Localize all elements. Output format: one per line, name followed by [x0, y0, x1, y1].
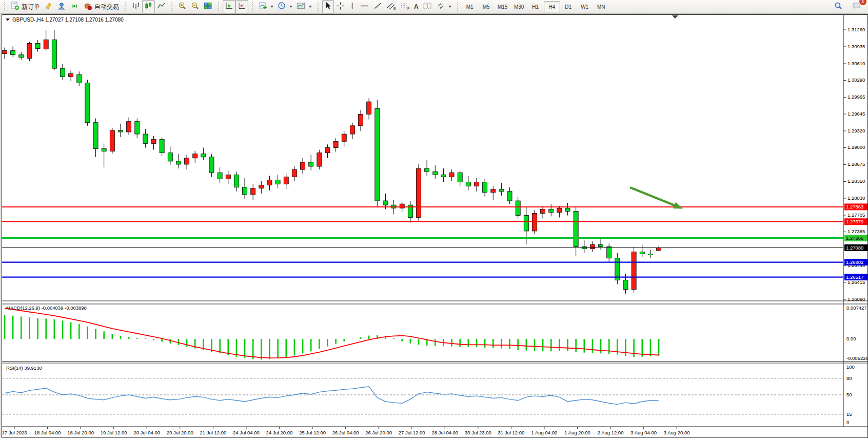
arrows-tool-icon: [437, 2, 445, 12]
crosshair-button[interactable]: [334, 0, 347, 13]
candle-body: [333, 141, 338, 147]
candle-body: [350, 126, 354, 134]
tile-windows-button[interactable]: [202, 0, 214, 13]
indicators-dropdown-caret[interactable]: [270, 6, 273, 8]
price-tick-label: 1.29000: [847, 144, 865, 150]
symbol-dropdown-icon[interactable]: [6, 18, 10, 21]
time-tick-label: 3 Aug 20:00: [664, 430, 690, 435]
search-button[interactable]: [832, 1, 845, 14]
auto-scroll-button[interactable]: [223, 0, 235, 13]
equidistant-channel-button[interactable]: E: [384, 0, 398, 13]
candle-body: [143, 134, 148, 143]
chart-shift-button[interactable]: [235, 0, 248, 13]
indicators-icon: [259, 2, 267, 12]
timeframe-h4-button[interactable]: H4: [544, 1, 560, 12]
chart-title[interactable]: GBPUSD-,H4 1.27027 1.27108 1.27016 1.270…: [6, 17, 124, 23]
cursor-icon: [324, 2, 332, 12]
text-label-button[interactable]: T: [421, 0, 435, 13]
time-tick-label: 30 Jul 23:00: [465, 430, 491, 435]
price-tick-label: 1.30610: [847, 61, 865, 66]
auto-trading-label: 自动交易: [94, 3, 119, 11]
svg-text:F: F: [407, 6, 409, 10]
candle-body: [458, 173, 462, 182]
toolbar-right: 1: [832, 0, 864, 14]
time-tick-label: 26 Jul 20:00: [365, 430, 392, 435]
signals-button[interactable]: [68, 0, 81, 13]
text-tool-icon: A: [414, 3, 419, 10]
templates-button[interactable]: [294, 0, 314, 13]
timeframe-m1-button[interactable]: M1: [462, 1, 478, 12]
bar-chart-button[interactable]: [129, 0, 142, 13]
time-tick-label: 2 Aug 12:00: [598, 430, 624, 435]
candlestick-chart-button[interactable]: [142, 0, 155, 13]
price-tick-label: 1.29645: [847, 111, 865, 117]
zoom-in-button[interactable]: [176, 0, 189, 13]
candle-body: [27, 43, 32, 58]
candle-body: [11, 51, 15, 55]
horizontal-line-button[interactable]: [358, 0, 371, 13]
community-icon: [57, 2, 66, 12]
candle-body: [275, 180, 280, 184]
price-badge-label: 1.27579: [846, 219, 863, 224]
timeframe-h1-button[interactable]: H1: [527, 1, 544, 12]
new-order-button[interactable]: 新订单: [9, 0, 42, 13]
candle-body: [565, 208, 570, 211]
new-order-icon: [11, 2, 19, 12]
toolbar-drag-handle: [218, 2, 221, 11]
trendline-icon: [373, 2, 382, 12]
candle-body: [127, 122, 131, 132]
arrows-dropdown-caret[interactable]: [448, 6, 451, 8]
periods-dropdown-caret[interactable]: [289, 6, 292, 8]
cursor-button[interactable]: [322, 0, 334, 13]
timeframe-m5-button[interactable]: M5: [478, 1, 495, 12]
arrows-tool-button[interactable]: [435, 0, 453, 13]
time-tick-label: 3 Aug 04:00: [630, 430, 657, 435]
candle-body: [367, 102, 371, 114]
timeframe-d1-button[interactable]: D1: [560, 1, 577, 12]
chart-canvas[interactable]: 1.312601.309351.306101.302901.299651.296…: [2, 15, 867, 437]
chart-window: GBPUSD-,H4 1.27027 1.27108 1.27016 1.270…: [2, 14, 868, 438]
time-tick-label: 27 Jul 12:00: [399, 430, 425, 435]
toolbar-drag-handle: [318, 2, 321, 11]
notification-badge: 1: [859, 0, 867, 6]
vertical-line-button[interactable]: [347, 0, 358, 13]
periods-button[interactable]: [275, 0, 294, 13]
bar-chart-icon: [131, 2, 140, 12]
rsi-axis-label: 15: [846, 411, 852, 417]
rsi-axis-label: 100: [846, 364, 855, 370]
chat-button[interactable]: 1: [850, 1, 864, 14]
candle-body: [77, 74, 82, 83]
price-tick-label: 1.27705: [847, 212, 865, 218]
timeframe-m15-button[interactable]: M15: [495, 1, 511, 12]
toolbar-group-objects: E F A T: [315, 0, 455, 14]
candle-body: [507, 192, 512, 201]
price-tick-label: 1.30935: [847, 44, 865, 49]
svg-text:E: E: [393, 6, 396, 10]
vertical-line-icon: [349, 2, 356, 12]
candle-body: [309, 162, 313, 166]
time-tick-label: 31 Jul 12:00: [498, 430, 525, 435]
timeframe-mn-button[interactable]: MN: [593, 1, 609, 12]
candle-body: [201, 154, 206, 157]
fibonacci-button[interactable]: F: [398, 0, 412, 13]
templates-dropdown-caret[interactable]: [309, 6, 312, 8]
indicators-button[interactable]: [257, 0, 275, 13]
main-toolbar: 新订单 自动交易: [0, 0, 868, 14]
time-tick-label: 20 Jul 20:00: [167, 430, 193, 435]
candle-body: [243, 187, 247, 195]
candle-body: [168, 153, 172, 161]
zoom-out-button[interactable]: [189, 0, 202, 13]
text-button[interactable]: A: [412, 0, 421, 13]
candle-body: [425, 168, 429, 172]
time-tick-label: 21 Jul 12:00: [200, 430, 226, 435]
time-tick-label: 26 Jul 04:00: [332, 430, 359, 435]
candle-body: [301, 162, 305, 169]
auto-trading-button[interactable]: 自动交易: [81, 0, 121, 13]
highlighter-button[interactable]: [42, 0, 55, 13]
line-chart-button[interactable]: [155, 0, 168, 13]
crosshair-icon: [336, 2, 345, 12]
community-button[interactable]: [55, 0, 68, 13]
timeframe-w1-button[interactable]: W1: [577, 1, 593, 12]
timeframe-m30-button[interactable]: M30: [511, 1, 527, 12]
trendline-button[interactable]: [371, 0, 384, 13]
